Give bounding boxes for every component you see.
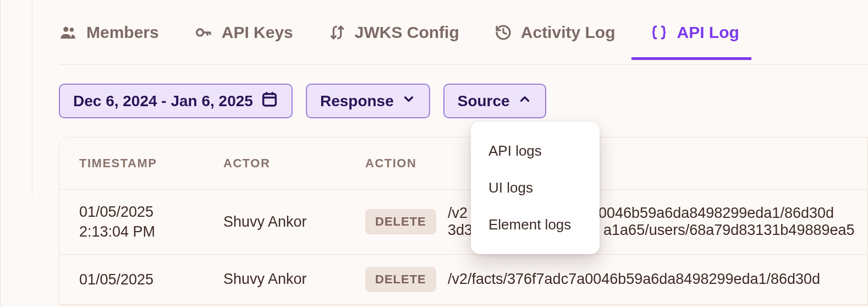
table-row[interactable]: 01/05/2025 2:13:04 PM Shuvy Ankor DELETE… [59,190,867,255]
cell-timestamp: 01/05/2025 [59,254,204,304]
calendar-icon [261,90,278,112]
action-badge: DELETE [365,267,436,292]
cell-resource: /v2/facts/376f7adc7a0046b59a6da8498299ed… [428,254,867,304]
table-header-row: TIMESTAMP ACTOR ACTION [59,138,867,190]
tab-members[interactable]: Members [59,23,159,42]
source-dropdown: API logs UI logs Element logs [471,122,600,254]
arrows-icon [328,24,346,41]
members-icon [59,23,78,42]
date-range-filter[interactable]: Dec 6, 2024 - Jan 6, 2025 [59,84,293,118]
date-range-label: Dec 6, 2024 - Jan 6, 2025 [73,92,253,110]
tabs-bar: Members API Keys JWKS Config Activity Lo… [59,0,868,65]
action-badge: DELETE [365,209,436,234]
braces-icon [650,24,668,41]
response-filter-label: Response [320,92,394,110]
history-icon [495,24,512,41]
tab-label: JWKS Config [355,23,459,42]
cell-timestamp: 01/05/2025 2:13:04 PM [59,190,204,255]
ts-date: 01/05/2025 [79,270,204,289]
ts-date: 01/05/2025 [79,202,204,222]
cell-action: DELETE [345,254,428,304]
tab-jwks-config[interactable]: JWKS Config [328,23,459,42]
cell-actor: Shuvy Ankor [204,254,345,304]
svg-point-1 [70,28,74,31]
tab-label: Activity Log [521,23,616,42]
cell-action: DELETE [345,190,428,255]
tab-api-keys[interactable]: API Keys [194,23,293,42]
col-actor: ACTOR [204,138,345,190]
col-action: ACTION [345,138,428,190]
tab-activity-log[interactable]: Activity Log [495,23,616,42]
tab-label: Members [86,23,159,42]
tab-label: API Keys [222,23,293,42]
table-row[interactable]: 01/05/2025 Shuvy Ankor DELETE /v2/facts/… [59,254,867,304]
source-filter[interactable]: Source [443,84,546,118]
source-filter-label: Source [458,92,510,110]
ts-time: 2:13:04 PM [79,222,204,242]
source-option-ui[interactable]: UI logs [471,169,600,206]
cell-actor: Shuvy Ankor [204,190,345,255]
svg-point-2 [196,29,203,36]
response-filter[interactable]: Response [306,84,430,118]
key-icon [194,23,213,42]
source-option-api[interactable]: API logs [471,133,600,169]
svg-rect-6 [263,94,276,106]
svg-point-0 [63,26,68,31]
tab-api-log[interactable]: API Log [650,23,739,42]
filters-row: Dec 6, 2024 - Jan 6, 2025 Response Sourc… [59,84,868,118]
tab-label: API Log [677,23,739,42]
chevron-up-icon [518,92,532,110]
col-timestamp: TIMESTAMP [59,138,204,190]
api-log-table: TIMESTAMP ACTOR ACTION 01/05/2025 2:13:0… [59,137,868,305]
source-option-element[interactable]: Element logs [471,206,600,243]
chevron-down-icon [402,92,416,110]
